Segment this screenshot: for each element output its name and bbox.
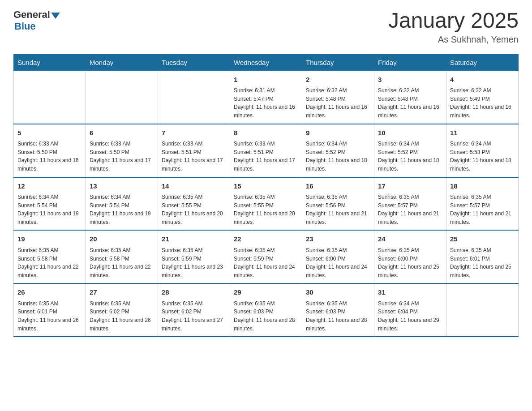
calendar-cell <box>446 283 519 337</box>
day-number: 9 <box>306 128 370 138</box>
day-number: 17 <box>378 181 442 192</box>
header-thursday: Thursday <box>302 54 374 71</box>
logo-general-text: General <box>13 9 50 21</box>
day-info: Sunrise: 6:35 AMSunset: 6:03 PMDaylight:… <box>306 300 370 333</box>
day-number: 19 <box>17 234 82 244</box>
day-info: Sunrise: 6:35 AMSunset: 5:56 PMDaylight:… <box>306 193 370 226</box>
day-info: Sunrise: 6:31 AMSunset: 5:47 PMDaylight:… <box>234 86 298 120</box>
day-number: 12 <box>17 181 82 192</box>
day-info: Sunrise: 6:35 AMSunset: 6:02 PMDaylight:… <box>162 300 226 333</box>
week-row-1: 1Sunrise: 6:31 AMSunset: 5:47 PMDaylight… <box>14 71 519 124</box>
day-info: Sunrise: 6:34 AMSunset: 6:04 PMDaylight:… <box>378 300 442 333</box>
day-info: Sunrise: 6:35 AMSunset: 5:57 PMDaylight:… <box>378 193 442 226</box>
day-info: Sunrise: 6:35 AMSunset: 5:55 PMDaylight:… <box>162 193 226 226</box>
calendar-cell: 10Sunrise: 6:34 AMSunset: 5:52 PMDayligh… <box>374 124 446 177</box>
calendar-cell <box>14 71 86 124</box>
day-info: Sunrise: 6:33 AMSunset: 5:51 PMDaylight:… <box>162 140 226 173</box>
day-number: 20 <box>90 234 154 244</box>
day-info: Sunrise: 6:32 AMSunset: 5:49 PMDaylight:… <box>450 86 515 120</box>
calendar-cell: 20Sunrise: 6:35 AMSunset: 5:58 PMDayligh… <box>86 230 158 283</box>
calendar-cell: 24Sunrise: 6:35 AMSunset: 6:00 PMDayligh… <box>374 230 446 283</box>
calendar-cell: 27Sunrise: 6:35 AMSunset: 6:02 PMDayligh… <box>86 283 158 337</box>
day-number: 4 <box>450 75 515 85</box>
calendar-cell: 12Sunrise: 6:34 AMSunset: 5:54 PMDayligh… <box>14 177 86 231</box>
day-info: Sunrise: 6:32 AMSunset: 5:48 PMDaylight:… <box>378 86 442 120</box>
day-info: Sunrise: 6:35 AMSunset: 5:59 PMDaylight:… <box>234 246 298 279</box>
calendar-cell: 31Sunrise: 6:34 AMSunset: 6:04 PMDayligh… <box>374 283 446 337</box>
calendar-header: SundayMondayTuesdayWednesdayThursdayFrid… <box>14 54 519 71</box>
day-info: Sunrise: 6:32 AMSunset: 5:48 PMDaylight:… <box>306 86 370 120</box>
calendar-cell: 21Sunrise: 6:35 AMSunset: 5:59 PMDayligh… <box>158 230 230 283</box>
day-number: 13 <box>90 181 154 192</box>
day-info: Sunrise: 6:33 AMSunset: 5:50 PMDaylight:… <box>90 140 154 173</box>
day-info: Sunrise: 6:35 AMSunset: 5:59 PMDaylight:… <box>162 246 226 279</box>
calendar-cell: 25Sunrise: 6:35 AMSunset: 6:01 PMDayligh… <box>446 230 519 283</box>
day-number: 23 <box>306 234 370 244</box>
day-number: 2 <box>306 75 370 85</box>
day-info: Sunrise: 6:35 AMSunset: 6:00 PMDaylight:… <box>306 246 370 279</box>
calendar-table: SundayMondayTuesdayWednesdayThursdayFrid… <box>13 54 519 337</box>
week-row-3: 12Sunrise: 6:34 AMSunset: 5:54 PMDayligh… <box>14 177 519 231</box>
calendar-cell: 22Sunrise: 6:35 AMSunset: 5:59 PMDayligh… <box>230 230 302 283</box>
day-number: 7 <box>162 128 226 138</box>
calendar-cell: 15Sunrise: 6:35 AMSunset: 5:55 PMDayligh… <box>230 177 302 231</box>
day-number: 3 <box>378 75 442 85</box>
day-number: 5 <box>17 128 82 138</box>
calendar-cell: 18Sunrise: 6:35 AMSunset: 5:57 PMDayligh… <box>446 177 519 231</box>
day-info: Sunrise: 6:35 AMSunset: 5:57 PMDaylight:… <box>450 193 515 226</box>
logo: General Blue <box>13 9 60 32</box>
header-sunday: Sunday <box>14 54 86 71</box>
day-number: 28 <box>162 287 226 298</box>
calendar-cell <box>86 71 158 124</box>
day-info: Sunrise: 6:35 AMSunset: 6:01 PMDaylight:… <box>450 246 515 279</box>
week-row-5: 26Sunrise: 6:35 AMSunset: 6:01 PMDayligh… <box>14 283 519 337</box>
day-number: 25 <box>450 234 515 244</box>
logo-arrow-icon <box>51 13 60 19</box>
day-number: 30 <box>306 287 370 298</box>
day-number: 15 <box>234 181 298 192</box>
week-row-2: 5Sunrise: 6:33 AMSunset: 5:50 PMDaylight… <box>14 124 519 177</box>
calendar-cell: 16Sunrise: 6:35 AMSunset: 5:56 PMDayligh… <box>302 177 374 231</box>
header-monday: Monday <box>86 54 158 71</box>
calendar-body: 1Sunrise: 6:31 AMSunset: 5:47 PMDaylight… <box>14 71 519 337</box>
day-number: 27 <box>90 287 154 298</box>
header-row: SundayMondayTuesdayWednesdayThursdayFrid… <box>14 54 519 71</box>
day-number: 16 <box>306 181 370 192</box>
header-friday: Friday <box>374 54 446 71</box>
day-number: 26 <box>17 287 82 298</box>
day-info: Sunrise: 6:35 AMSunset: 6:00 PMDaylight:… <box>378 246 442 279</box>
day-number: 24 <box>378 234 442 244</box>
day-number: 29 <box>234 287 298 298</box>
page-header: General Blue January 2025 As Sukhnah, Ye… <box>13 9 519 45</box>
day-info: Sunrise: 6:33 AMSunset: 5:50 PMDaylight:… <box>17 140 82 173</box>
calendar-cell: 9Sunrise: 6:34 AMSunset: 5:52 PMDaylight… <box>302 124 374 177</box>
week-row-4: 19Sunrise: 6:35 AMSunset: 5:58 PMDayligh… <box>14 230 519 283</box>
header-wednesday: Wednesday <box>230 54 302 71</box>
day-number: 31 <box>378 287 442 298</box>
calendar-cell: 19Sunrise: 6:35 AMSunset: 5:58 PMDayligh… <box>14 230 86 283</box>
calendar-cell: 11Sunrise: 6:34 AMSunset: 5:53 PMDayligh… <box>446 124 519 177</box>
day-number: 18 <box>450 181 515 192</box>
day-number: 14 <box>162 181 226 192</box>
calendar-cell: 5Sunrise: 6:33 AMSunset: 5:50 PMDaylight… <box>14 124 86 177</box>
day-number: 11 <box>450 128 515 138</box>
day-info: Sunrise: 6:34 AMSunset: 5:52 PMDaylight:… <box>306 140 370 173</box>
day-number: 8 <box>234 128 298 138</box>
day-number: 1 <box>234 75 298 85</box>
calendar-cell: 13Sunrise: 6:34 AMSunset: 5:54 PMDayligh… <box>86 177 158 231</box>
calendar-cell: 23Sunrise: 6:35 AMSunset: 6:00 PMDayligh… <box>302 230 374 283</box>
calendar-cell: 7Sunrise: 6:33 AMSunset: 5:51 PMDaylight… <box>158 124 230 177</box>
calendar-cell: 30Sunrise: 6:35 AMSunset: 6:03 PMDayligh… <box>302 283 374 337</box>
logo-blue-text: Blue <box>14 21 36 32</box>
calendar-cell: 26Sunrise: 6:35 AMSunset: 6:01 PMDayligh… <box>14 283 86 337</box>
calendar-cell: 8Sunrise: 6:33 AMSunset: 5:51 PMDaylight… <box>230 124 302 177</box>
day-number: 10 <box>378 128 442 138</box>
calendar-cell: 17Sunrise: 6:35 AMSunset: 5:57 PMDayligh… <box>374 177 446 231</box>
day-info: Sunrise: 6:34 AMSunset: 5:53 PMDaylight:… <box>450 140 515 173</box>
calendar-cell: 28Sunrise: 6:35 AMSunset: 6:02 PMDayligh… <box>158 283 230 337</box>
calendar-cell: 6Sunrise: 6:33 AMSunset: 5:50 PMDaylight… <box>86 124 158 177</box>
calendar-cell: 1Sunrise: 6:31 AMSunset: 5:47 PMDaylight… <box>230 71 302 124</box>
header-saturday: Saturday <box>446 54 519 71</box>
day-info: Sunrise: 6:34 AMSunset: 5:54 PMDaylight:… <box>17 193 82 226</box>
day-info: Sunrise: 6:34 AMSunset: 5:54 PMDaylight:… <box>90 193 154 226</box>
